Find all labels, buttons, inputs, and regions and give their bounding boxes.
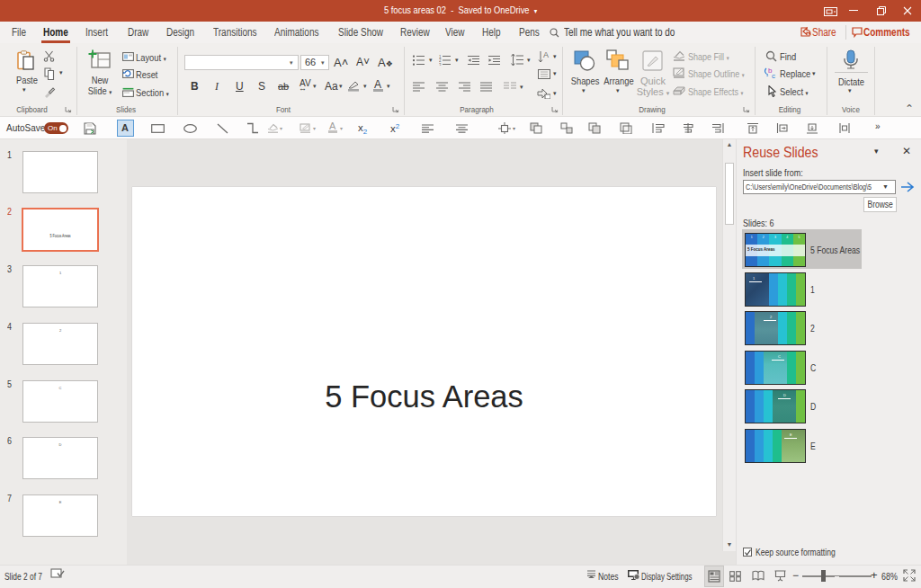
svg-text:A: A	[543, 50, 549, 59]
svg-text:c: c	[772, 72, 775, 79]
svg-text:3: 3	[439, 63, 442, 66]
